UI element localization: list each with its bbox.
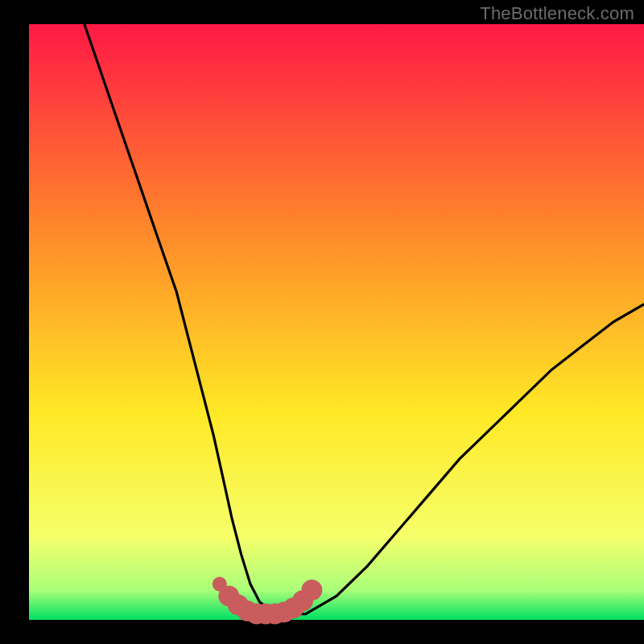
plot-area xyxy=(29,24,644,620)
chart-frame: TheBottleneck.com xyxy=(0,0,644,644)
watermark-text: TheBottleneck.com xyxy=(480,3,634,24)
marker-dot xyxy=(301,580,322,601)
chart-svg xyxy=(0,0,644,644)
